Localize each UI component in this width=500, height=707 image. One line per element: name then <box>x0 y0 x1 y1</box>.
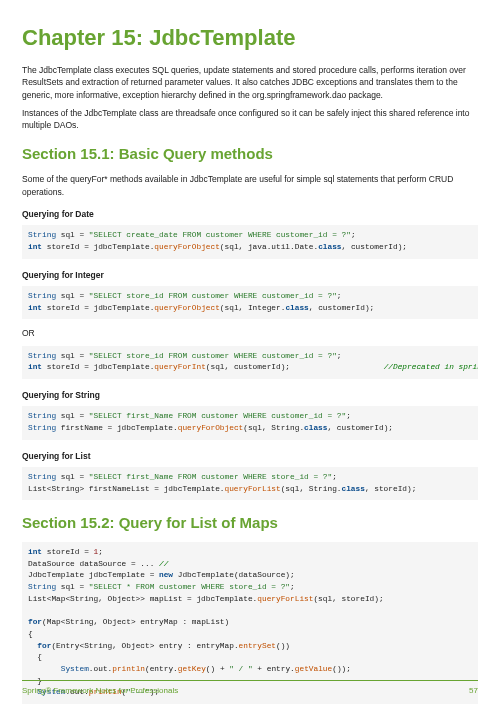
query-date-label: Querying for Date <box>22 208 478 220</box>
intro-para-1: The JdbcTemplate class executes SQL quer… <box>22 64 478 101</box>
query-int-label: Querying for Integer <box>22 269 478 281</box>
code-query-date: String sql = "SELECT create_date FROM cu… <box>22 225 478 258</box>
intro-para-2: Instances of the JdbcTemplate class are … <box>22 107 478 132</box>
section-1-title: Section 15.1: Basic Query methods <box>22 143 478 165</box>
footer-page-number: 57 <box>469 685 478 697</box>
code-query-list: String sql = "SELECT first_Name FROM cus… <box>22 467 478 500</box>
footer-left: Spring® Framework Notes for Professional… <box>22 685 178 697</box>
chapter-title: Chapter 15: JdbcTemplate <box>22 22 478 54</box>
section-1-intro: Some of the queryFor* methods available … <box>22 173 478 198</box>
or-text: OR <box>22 327 478 339</box>
code-query-string: String sql = "SELECT first_Name FROM cus… <box>22 406 478 439</box>
query-list-label: Querying for List <box>22 450 478 462</box>
code-query-int-deprecated: String sql = "SELECT store_id FROM custo… <box>22 346 478 379</box>
query-string-label: Querying for String <box>22 389 478 401</box>
section-2-title: Section 15.2: Query for List of Maps <box>22 512 478 534</box>
code-query-int: String sql = "SELECT store_id FROM custo… <box>22 286 478 319</box>
page-footer: Spring® Framework Notes for Professional… <box>22 680 478 697</box>
